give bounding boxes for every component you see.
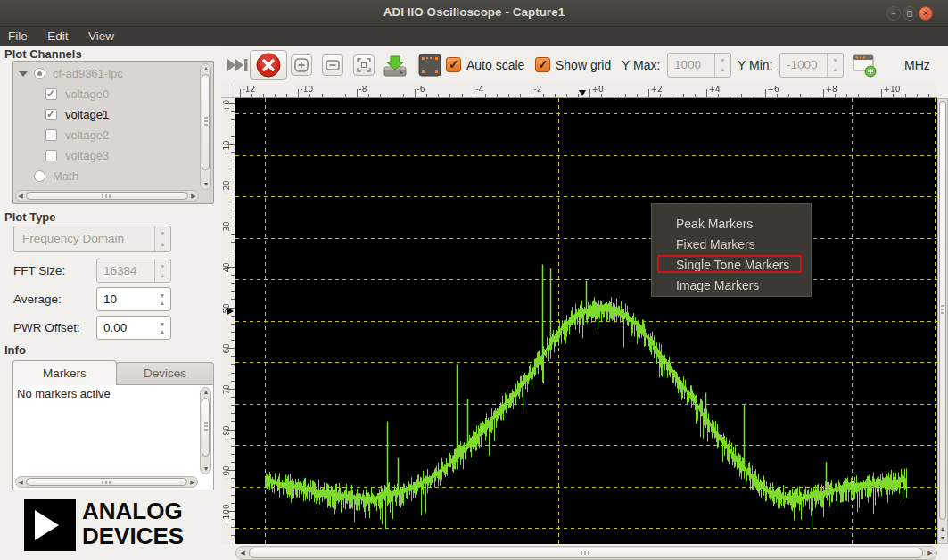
maximize-button[interactable]: ◻: [903, 6, 917, 21]
fft-size-label: FFT Size:: [13, 264, 65, 277]
logo-line1: ANALOG: [82, 499, 183, 523]
menu-item-peak-markers[interactable]: Peak Markers: [653, 214, 810, 235]
expander-icon[interactable]: [19, 71, 28, 77]
plot-type-label: Plot Type: [4, 210, 56, 224]
fft-size-value: 16384: [103, 264, 137, 277]
menu-edit[interactable]: Edit: [39, 27, 76, 43]
save-capture-icon[interactable]: [382, 52, 408, 78]
ruler-corner: [221, 84, 235, 98]
menu-view[interactable]: View: [80, 27, 122, 43]
math-radio[interactable]: [34, 170, 45, 182]
auto-scale-checkbox[interactable]: [446, 57, 461, 72]
app-window: ADI IIO Oscilloscope - Capture1 − ◻ ✕ Fi…: [0, 0, 948, 560]
logo-line2: DEVICES: [82, 524, 184, 548]
tab-devices[interactable]: Devices: [116, 362, 214, 385]
y-axis-ruler: [221, 98, 235, 544]
fullscreen-icon[interactable]: [418, 54, 441, 77]
device-radio[interactable]: [34, 68, 45, 79]
tree-hscrollbar[interactable]: ◀ ▶: [15, 190, 199, 202]
channel-tree: cf-ad9361-lpc voltage0 voltage1 voltage2…: [12, 61, 214, 204]
plot-hscrollbar[interactable]: ◀ ▶: [235, 546, 937, 560]
average-label: Average:: [13, 292, 62, 306]
voltage0-checkbox[interactable]: [45, 88, 57, 100]
plot-toolbar: Auto scale Show grid Y Max: 1000 ▲▼ Y Mi…: [221, 46, 948, 84]
info-hscrollbar[interactable]: ◀ ▶: [15, 476, 198, 488]
tab-markers[interactable]: Markers: [12, 360, 117, 385]
sidebar: Plot Channels cf-ad9361-lpc voltage0 vol…: [0, 46, 221, 560]
markers-info-text: No markers active: [17, 387, 111, 400]
stop-capture-button[interactable]: [250, 50, 287, 80]
voltage2-checkbox[interactable]: [45, 129, 57, 141]
voltage1-label: voltage1: [65, 108, 109, 121]
average-value: 10: [103, 292, 117, 306]
voltage1-checkbox[interactable]: [45, 109, 57, 120]
pwr-offset-spinbox[interactable]: 0.00 ▲▼: [96, 316, 171, 340]
titlebar[interactable]: ADI IIO Oscilloscope - Capture1 − ◻ ✕: [0, 0, 948, 27]
voltage3-checkbox[interactable]: [45, 150, 57, 161]
analog-devices-logo: [24, 499, 76, 551]
markers-info-panel[interactable]: No markers active ▲ ▼ ◀ ▶: [12, 384, 214, 490]
adi-triangle-icon: [35, 510, 59, 540]
info-vscrollbar[interactable]: ▲ ▼: [200, 387, 211, 474]
new-plot-icon[interactable]: [852, 53, 878, 78]
zoom-fit-button[interactable]: [353, 54, 375, 76]
auto-scale-label: Auto scale: [466, 58, 524, 72]
play-to-end-icon[interactable]: [227, 56, 250, 74]
plot-type-value: Frequency Domain: [22, 232, 124, 245]
y-min-spinbox[interactable]: -1000 ▲▼: [779, 53, 844, 78]
menubar: File Edit View: [0, 27, 948, 46]
main-area: Auto scale Show grid Y Max: 1000 ▲▼ Y Mi…: [221, 46, 948, 560]
window-title: ADI IIO Oscilloscope - Capture1: [0, 5, 948, 19]
tree-vscrollbar[interactable]: ▲ ▼: [200, 63, 211, 190]
y-min-label: Y Min:: [738, 58, 772, 72]
unit-label: MHz: [904, 58, 930, 72]
y-max-label: Y Max:: [622, 58, 660, 72]
y-max-spinbox[interactable]: 1000 ▲▼: [667, 53, 731, 78]
x-axis-ruler: [235, 84, 937, 98]
spectrum-plot[interactable]: [235, 98, 937, 544]
y-min-value: -1000: [787, 58, 818, 71]
show-grid-checkbox[interactable]: [535, 57, 550, 72]
math-label: Math: [53, 169, 78, 183]
average-spinbox[interactable]: 10 ▲▼: [96, 287, 171, 311]
info-label: Info: [4, 343, 26, 357]
markers-context-menu: Peak Markers Fixed Markers Single Tone M…: [651, 203, 812, 297]
fft-size-spinbox[interactable]: 16384 ▲▼: [96, 259, 171, 283]
plot-type-combobox[interactable]: Frequency Domain ▲▼: [13, 226, 171, 252]
device-label: cf-ad9361-lpc: [53, 67, 123, 80]
menu-file[interactable]: File: [0, 27, 36, 43]
annotation-highlight-box: [657, 255, 802, 273]
zoom-out-button[interactable]: [322, 54, 343, 76]
voltage2-label: voltage2: [65, 128, 109, 142]
zoom-in-button[interactable]: [291, 54, 312, 76]
voltage3-label: voltage3: [65, 149, 109, 162]
minimize-button[interactable]: −: [886, 6, 901, 21]
close-button[interactable]: ✕: [919, 6, 933, 21]
menu-item-fixed-markers[interactable]: Fixed Markers: [653, 235, 810, 255]
plot-vscrollbar[interactable]: ▲ ▼: [937, 98, 948, 544]
plot-channels-label: Plot Channels: [4, 47, 82, 61]
y-max-value: 1000: [674, 58, 701, 71]
menu-item-image-markers[interactable]: Image Markers: [653, 276, 810, 296]
pwr-offset-label: PWR Offset:: [13, 321, 80, 334]
show-grid-label: Show grid: [556, 58, 611, 72]
pwr-offset-value: 0.00: [103, 321, 127, 334]
voltage0-label: voltage0: [65, 87, 109, 101]
